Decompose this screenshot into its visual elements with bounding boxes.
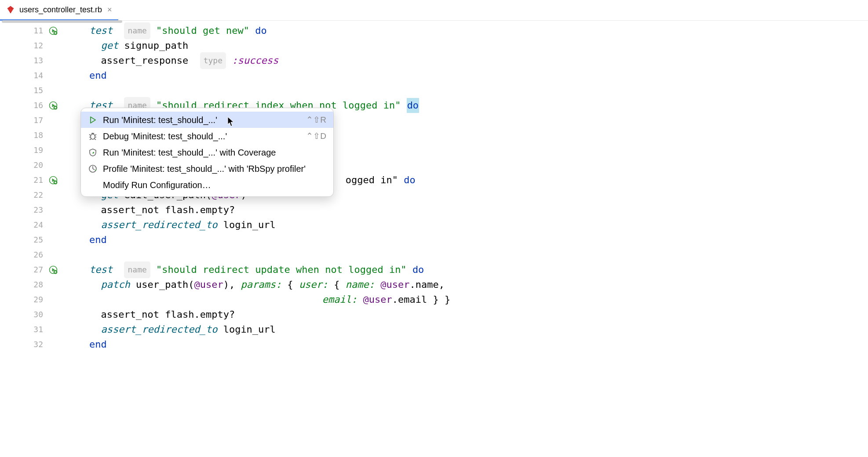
code-line[interactable]: patch user_path(@user), params: { user: … xyxy=(66,277,868,292)
code-line[interactable]: assert_not flash.empty? xyxy=(66,307,868,322)
gutter-row: 29 xyxy=(0,292,48,307)
code-line[interactable]: test name "should get new" do xyxy=(66,23,868,38)
inlay-hint: name xyxy=(124,261,150,278)
menu-shortcut: ⌃⇧D xyxy=(306,129,326,144)
gutter: 1112131415161718192021222324252627282930… xyxy=(0,21,48,352)
line-number: 18 xyxy=(33,128,43,143)
line-number: 30 xyxy=(33,307,43,322)
code-line[interactable]: assert_redirected_to login_url xyxy=(66,322,868,337)
menu-label: Run 'Minitest: test_should_...' with Cov… xyxy=(103,145,326,160)
line-number: 28 xyxy=(33,277,43,292)
debug-icon xyxy=(88,131,98,141)
line-number: 29 xyxy=(33,292,43,307)
highlighted-keyword: do xyxy=(407,98,419,113)
menu-item-debug[interactable]: Debug 'Minitest: test_should_...'⌃⇧D xyxy=(81,128,333,144)
line-number: 32 xyxy=(33,337,43,352)
profile-icon xyxy=(88,164,98,174)
menu-item-coverage[interactable]: Run 'Minitest: test_should_...' with Cov… xyxy=(81,144,333,160)
inlay-hint: name xyxy=(124,22,150,39)
code-line[interactable]: assert_redirected_to login_url xyxy=(66,218,868,232)
line-number: 14 xyxy=(33,68,43,83)
ruby-icon xyxy=(6,5,15,14)
line-number: 25 xyxy=(33,232,43,247)
line-number: 16 xyxy=(33,98,43,113)
gutter-row: 19 xyxy=(0,143,48,158)
gutter-row: 24 xyxy=(0,218,48,232)
code-area[interactable]: test name "should get new" do get signup… xyxy=(48,21,868,352)
blank-icon xyxy=(88,180,98,190)
gutter-row: 12 xyxy=(0,38,48,53)
inlay-hint: type xyxy=(200,52,226,69)
menu-label: Modify Run Configuration… xyxy=(103,178,326,192)
gutter-row: 28 xyxy=(0,277,48,292)
gutter-row: 23 xyxy=(0,203,48,218)
gutter-row: 31 xyxy=(0,322,48,337)
gutter-row: 32 xyxy=(0,337,48,352)
code-line[interactable]: test name "should redirect update when n… xyxy=(66,262,868,277)
gutter-row: 16 xyxy=(0,98,48,113)
line-number: 17 xyxy=(33,113,43,128)
code-line[interactable]: assert_not flash.empty? xyxy=(66,203,868,218)
code-line[interactable]: assert_response type :success xyxy=(66,53,868,68)
context-menu: Run 'Minitest: test_should_...'⌃⇧RDebug … xyxy=(80,108,334,197)
code-line[interactable] xyxy=(66,83,868,98)
gutter-row: 14 xyxy=(0,68,48,83)
menu-label: Run 'Minitest: test_should_...' xyxy=(103,112,301,127)
code-line[interactable]: end xyxy=(66,337,868,352)
code-line[interactable]: end xyxy=(66,68,868,83)
file-tab[interactable]: users_controller_test.rb × xyxy=(0,0,118,21)
gutter-row: 25 xyxy=(0,232,48,247)
tab-bar: users_controller_test.rb × xyxy=(0,0,868,21)
gutter-row: 11 xyxy=(0,23,48,38)
gutter-row: 15 xyxy=(0,83,48,98)
line-number: 12 xyxy=(33,38,43,53)
gutter-row: 30 xyxy=(0,307,48,322)
gutter-row: 17 xyxy=(0,113,48,128)
line-number: 20 xyxy=(33,158,43,173)
code-line[interactable] xyxy=(66,247,868,262)
code-line[interactable]: end xyxy=(66,232,868,247)
menu-item-modify[interactable]: Modify Run Configuration… xyxy=(81,177,333,193)
menu-item-profile[interactable]: Profile 'Minitest: test_should_...' with… xyxy=(81,160,333,177)
line-number: 31 xyxy=(33,322,43,337)
code-line[interactable]: get signup_path xyxy=(66,38,868,53)
gutter-row: 22 xyxy=(0,188,48,203)
line-number: 27 xyxy=(33,262,43,277)
gutter-row: 21 xyxy=(0,173,48,188)
line-number: 21 xyxy=(33,173,43,188)
line-number: 11 xyxy=(33,23,43,38)
line-number: 24 xyxy=(33,218,43,232)
gutter-row: 26 xyxy=(0,247,48,262)
close-icon[interactable]: × xyxy=(107,5,112,15)
line-number: 23 xyxy=(33,203,43,218)
line-number: 13 xyxy=(33,53,43,68)
code-line[interactable]: email: @user.email } } xyxy=(66,292,868,307)
gutter-row: 27 xyxy=(0,262,48,277)
gutter-row: 13 xyxy=(0,53,48,68)
tab-filename: users_controller_test.rb xyxy=(19,5,102,15)
line-number: 26 xyxy=(33,247,43,262)
menu-item-run[interactable]: Run 'Minitest: test_should_...'⌃⇧R xyxy=(81,112,333,128)
coverage-icon xyxy=(88,148,98,157)
run-icon xyxy=(88,115,98,125)
menu-label: Debug 'Minitest: test_should_...' xyxy=(103,129,301,144)
menu-label: Profile 'Minitest: test_should_...' with… xyxy=(103,161,326,176)
gutter-row: 20 xyxy=(0,158,48,173)
line-number: 15 xyxy=(33,83,43,98)
menu-shortcut: ⌃⇧R xyxy=(306,112,326,127)
code-editor[interactable]: 1112131415161718192021222324252627282930… xyxy=(0,21,868,352)
gutter-row: 18 xyxy=(0,128,48,143)
svg-point-8 xyxy=(91,134,95,139)
line-number: 22 xyxy=(33,188,43,203)
line-number: 19 xyxy=(33,143,43,158)
